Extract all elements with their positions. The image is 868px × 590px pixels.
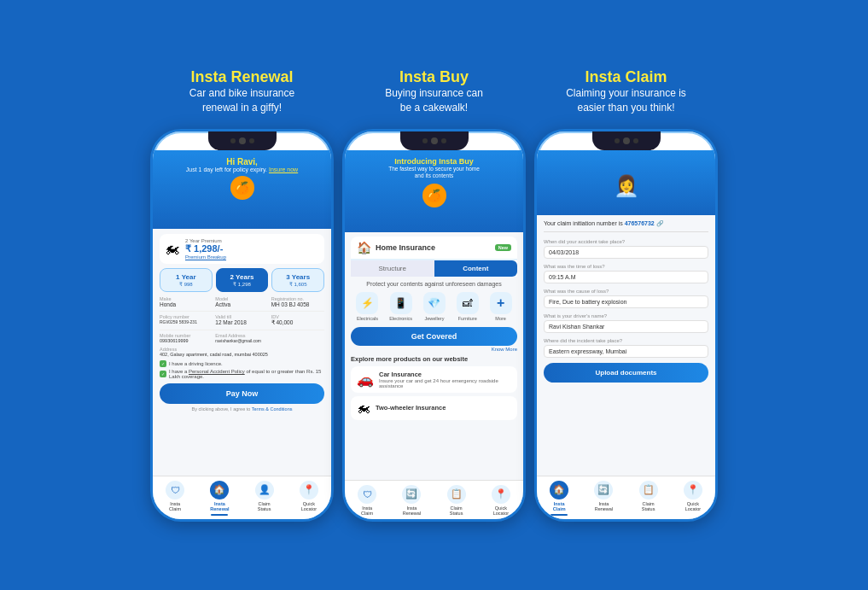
checkbox-driving[interactable]: ✓ I have a driving licence. bbox=[160, 360, 324, 367]
nav-status-label-3: ClaimStatus bbox=[642, 501, 655, 511]
vehicle-details: Make Honda Model Activa Registration no.… bbox=[160, 296, 324, 307]
content-icons: ⚡ Electricals 📱 Electronics 💎 Jewellery bbox=[351, 292, 517, 321]
renewal-title: Insta Renewal bbox=[189, 68, 294, 86]
icon-furniture: 🛋 Furniture bbox=[457, 292, 479, 321]
bike-insurance-card[interactable]: 🏍 Two-wheeler Insurance bbox=[351, 396, 517, 420]
electronics-label: Electronics bbox=[389, 316, 412, 321]
nav-renewal-2[interactable]: 🔄 InstaRenewal bbox=[389, 485, 434, 516]
tab-content[interactable]: Content bbox=[434, 260, 518, 277]
tab-structure[interactable]: Structure bbox=[351, 260, 434, 277]
notch-dot-1 bbox=[230, 138, 236, 143]
claim-number-row: Your claim initiation number is 47657673… bbox=[544, 220, 708, 232]
accident-date-value: 04/03/2018 bbox=[544, 246, 708, 259]
address-block: Address 402, Galaxy apartment, cadal roa… bbox=[160, 347, 324, 357]
nav-status-label: ClaimStatus bbox=[258, 501, 271, 511]
nav-status-icon-2: 📋 bbox=[447, 485, 466, 504]
nav-locator-2[interactable]: 📍 QuickLocator bbox=[479, 485, 523, 516]
claim-phone-frame: 👩‍💼 Your claim initiation number is 4765… bbox=[534, 129, 718, 522]
vehicle-row: 🏍 2 Year Premium ₹ 1,298/- Premium Break… bbox=[160, 234, 324, 264]
checkbox-pa[interactable]: ✓ I have a Personal Accident Policy of e… bbox=[160, 369, 324, 379]
home-insurance-icon: 🏠 bbox=[357, 241, 371, 254]
nav-renewal-label-3: InstaRenewal bbox=[595, 501, 613, 511]
nav-locator-3[interactable]: 📍 QuickLocator bbox=[671, 481, 715, 516]
claim-title-block: Insta Claim Claiming your insurance isea… bbox=[566, 68, 686, 115]
renewal-title-block: Insta Renewal Car and bike insurancerene… bbox=[189, 68, 294, 115]
premium-amount: ₹ 1,298/- bbox=[185, 243, 319, 254]
renewal-subtitle: Car and bike insurancerenewal in a giffy… bbox=[189, 86, 294, 115]
check-icon-2: ✓ bbox=[160, 371, 166, 377]
time-loss-value: 09:15 A.M bbox=[544, 271, 708, 283]
notch-camera-1 bbox=[239, 137, 246, 144]
nav-insta-renewal[interactable]: 🏠 InstaRenewal bbox=[197, 481, 242, 516]
driver-name-value: Ravi Kishan Shankar bbox=[544, 320, 708, 333]
nav-claim-status[interactable]: 👤 ClaimStatus bbox=[242, 481, 287, 516]
renewal-greeting: Hi Ravi, bbox=[161, 157, 323, 166]
claim-header-spacer bbox=[545, 157, 707, 174]
notch-dot-5 bbox=[615, 138, 620, 143]
nav-locator-label-2: QuickLocator bbox=[493, 505, 509, 516]
nav-claim-icon-3: 🏠 bbox=[550, 481, 568, 499]
electricals-label: Electricals bbox=[356, 316, 378, 321]
premium-link[interactable]: Premium Breakup bbox=[185, 254, 319, 260]
bike-icon-2: 🏍 bbox=[357, 400, 370, 416]
buy-bottom-nav: 🛡 InstaClaim 🔄 InstaRenewal 📋 ClaimStatu… bbox=[345, 480, 523, 519]
car-icon: 🚗 bbox=[357, 371, 374, 388]
detail-reg: Registration no. MH 03 BJ 4058 bbox=[271, 296, 324, 307]
bike-icon: 🏍 bbox=[165, 240, 180, 258]
know-more-link[interactable]: Know More bbox=[351, 347, 517, 352]
incident-place-value: Eastern expressway, Mumbai bbox=[544, 345, 708, 358]
year-tab-1[interactable]: 1 Year ₹ 998 bbox=[160, 268, 213, 292]
terms-text: By clicking above, I agree to Terms & Co… bbox=[160, 406, 324, 412]
nav-status-3[interactable]: 📋 ClaimStatus bbox=[626, 481, 671, 516]
notch-dot-3 bbox=[422, 138, 428, 143]
nav-renewal-3[interactable]: 🔄 InstaRenewal bbox=[581, 481, 626, 516]
get-covered-button[interactable]: Get Covered bbox=[351, 327, 517, 346]
electronics-icon: 📱 bbox=[390, 292, 412, 314]
renewal-screen: Hi Ravi, Just 1 day left for policy expi… bbox=[153, 150, 331, 519]
year-tab-2[interactable]: 2 Years ₹ 1,298 bbox=[216, 268, 269, 292]
detail-email: Email Address ravishankar@gmail.com bbox=[215, 333, 324, 343]
claim-screen: 👩‍💼 Your claim initiation number is 4765… bbox=[537, 150, 715, 519]
more-icon: + bbox=[490, 292, 512, 314]
nav-insta-claim[interactable]: 🛡 InstaClaim bbox=[153, 481, 197, 516]
field-driver-name: What is your driver's name? Ravi Kishan … bbox=[544, 313, 708, 333]
jewellery-icon: 💎 bbox=[423, 292, 446, 314]
detail-make: Make Honda bbox=[160, 296, 213, 307]
pay-now-button[interactable]: Pay Now bbox=[160, 383, 324, 404]
cause-loss-value: Fire, Due to battery explosion bbox=[544, 295, 708, 308]
field-accident-date: When did your accident take place? 04/03… bbox=[544, 239, 708, 259]
icon-electronics: 📱 Electronics bbox=[389, 292, 412, 321]
year-tabs: 1 Year ₹ 998 2 Years ₹ 1,298 3 Years ₹ 1… bbox=[160, 268, 324, 292]
cause-loss-label: What was the cause of loss? bbox=[544, 289, 708, 294]
nav-quick-locator[interactable]: 📍 QuickLocator bbox=[287, 481, 331, 516]
buy-content: 🏠 Home Insurance New Structure Content P… bbox=[345, 232, 523, 480]
nav-claim-3[interactable]: 🏠 InstaClaim bbox=[537, 481, 581, 516]
upload-documents-button[interactable]: Upload documents bbox=[544, 363, 708, 383]
checkbox-driving-label: I have a driving licence. bbox=[169, 361, 223, 366]
checkbox-pa-label: I have a Personal Accident Policy of equ… bbox=[169, 369, 324, 379]
agent-icon: 👩‍💼 bbox=[545, 174, 707, 198]
driver-name-label: What is your driver's name? bbox=[544, 313, 708, 318]
nav-status-2[interactable]: 📋 ClaimStatus bbox=[434, 485, 479, 516]
car-insurance-desc: Insure your car and get 24 hour emergenc… bbox=[379, 378, 511, 388]
claim-number-value: 476576732 bbox=[625, 220, 655, 226]
nav-claim-2[interactable]: 🛡 InstaClaim bbox=[345, 485, 389, 516]
year-tab-3[interactable]: 3 Years ₹ 1,605 bbox=[271, 268, 324, 292]
detail-mobile: Mobile number 09930619999 bbox=[160, 333, 213, 343]
detail-valid: Valid till 12 Mar 2018 bbox=[215, 314, 268, 326]
electricals-icon: ⚡ bbox=[356, 292, 378, 314]
field-time-loss: What was the time of loss? 09:15 A.M bbox=[544, 264, 708, 283]
claim-content: Your claim initiation number is 47657673… bbox=[537, 215, 715, 476]
notch-camera-3 bbox=[623, 137, 630, 144]
nav-status-icon: 👤 bbox=[255, 481, 274, 499]
time-loss-label: What was the time of loss? bbox=[544, 264, 708, 269]
renewal-bottom-nav: 🛡 InstaClaim 🏠 InstaRenewal 👤 ClaimStatu… bbox=[153, 476, 331, 519]
car-insurance-card[interactable]: 🚗 Car Insurance Insure your car and get … bbox=[351, 366, 517, 393]
policy-details: Policy number RGI/0259 5839-231 Valid ti… bbox=[160, 311, 324, 326]
content-structure-tabs: Structure Content bbox=[351, 260, 517, 277]
renewal-orange-icon: 🍊 bbox=[230, 176, 254, 200]
icon-more[interactable]: + More bbox=[490, 292, 512, 321]
renewal-content: 🏍 2 Year Premium ₹ 1,298/- Premium Break… bbox=[153, 229, 331, 476]
renewal-header: Hi Ravi, Just 1 day left for policy expi… bbox=[153, 150, 331, 229]
claim-subtitle: Claiming your insurance iseasier than yo… bbox=[566, 86, 686, 115]
